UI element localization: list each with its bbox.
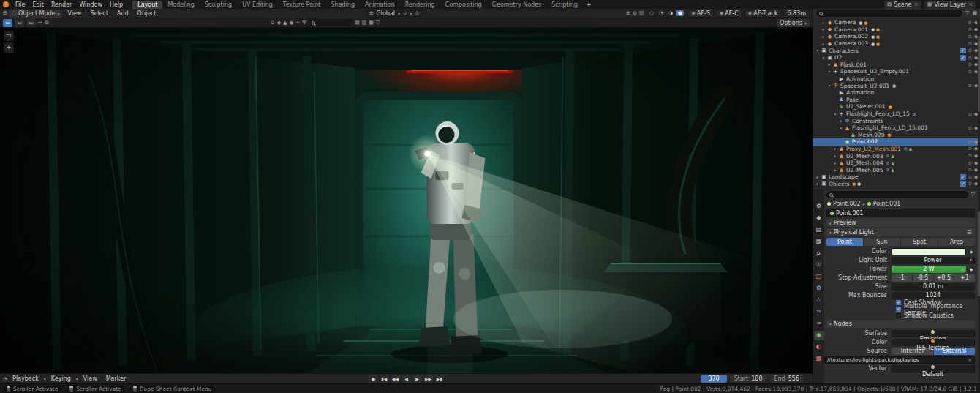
disclosure-icon[interactable]: ▸ [815, 181, 821, 186]
filter-funnel-icon[interactable]: ▽ [376, 20, 380, 26]
properties-tab-material[interactable]: ◐ [814, 343, 824, 351]
camera-filter-icon[interactable]: ◆ [277, 20, 281, 26]
disclosure-icon[interactable]: ▸ [826, 62, 832, 67]
select-box-tool[interactable]: ▭ [4, 31, 14, 41]
end-frame-field[interactable]: End556 [770, 375, 804, 383]
snap-magnet-icon[interactable]: ∪ [403, 10, 407, 16]
focus-distance[interactable]: 6.83m [783, 10, 810, 18]
menu-file[interactable]: File [12, 1, 29, 8]
outliner-row[interactable]: ▸▣Objects●●✓⊙◆ [813, 181, 980, 188]
overlays-icon[interactable]: ◍ [633, 10, 637, 16]
outliner-row[interactable]: ▶Animation [813, 89, 980, 97]
stop-adjust-button[interactable]: -1 [892, 274, 912, 282]
workspace-tab-geometry-nodes[interactable]: Geometry Nodes [487, 1, 546, 9]
eye-icon[interactable]: ⊙ [968, 125, 972, 131]
menu-object[interactable]: Object [134, 10, 160, 17]
size-field[interactable]: 0.01 m [892, 283, 975, 291]
proportional-edit-icon[interactable]: ◎ [415, 10, 419, 16]
editor-type-icon[interactable]: ⊞ [3, 10, 7, 16]
menu-view[interactable]: View [64, 10, 85, 17]
cursor-tool[interactable]: + [4, 42, 14, 53]
eye-icon[interactable]: ⊙ [968, 111, 972, 117]
stop-adjust-button[interactable]: +1 [954, 274, 975, 282]
eye-icon[interactable]: ⊙ [968, 69, 972, 75]
collection-checkbox[interactable]: ✓ [960, 48, 966, 53]
outliner-row[interactable]: ▾▲Flashlight_Fenix_LD_15.001⊙◆ [813, 124, 980, 132]
properties-tab-render[interactable]: ◆ [814, 214, 824, 222]
menu-help[interactable]: Help [106, 1, 127, 8]
eye-icon[interactable]: ⊙ [968, 167, 972, 173]
properties-tab-world[interactable]: ☉ [814, 261, 824, 269]
eye-icon[interactable]: ⊙ [968, 139, 972, 145]
transform-orientation[interactable]: ⊕ Global ▾ ∪ ▾ ◎ [366, 10, 423, 18]
menu-render[interactable]: Render [48, 1, 75, 8]
menu-window[interactable]: Window [75, 1, 106, 8]
shading-wireframe-icon[interactable]: ○ [647, 10, 655, 16]
overlay-toggle-1-icon[interactable]: ▤ [355, 20, 360, 26]
light-type-point[interactable]: Point [826, 238, 863, 246]
overlay-toggle-2-icon[interactable]: ▥ [362, 20, 367, 26]
prev-keyframe-button[interactable]: ◀◀ [391, 375, 400, 383]
unlink-scene-icon[interactable]: × [914, 1, 919, 7]
disclosure-icon[interactable]: ▸ [832, 146, 838, 151]
outliner-row[interactable]: ▾+Flashlight_Fenix_LD_15⚙⊙◆ [813, 111, 980, 118]
outliner-row[interactable]: ▸◆Camera.002●●⊙◆ [813, 33, 980, 40]
panel-options-icon[interactable]: ☰ [967, 229, 972, 236]
eye-icon[interactable]: ⊙ [968, 174, 972, 180]
filter-funnel-icon[interactable]: ▽ [965, 10, 969, 16]
collection-checkbox[interactable]: ✓ [960, 174, 966, 180]
disclosure-icon[interactable]: ▸ [832, 161, 838, 165]
outliner-row[interactable]: ▸▲Proxy_U2_Mesh.001⚙▲⊙◆ [813, 146, 980, 153]
workspace-tab-texture-paint[interactable]: Texture Paint [278, 1, 326, 9]
disclosure-icon[interactable]: ▾ [815, 48, 821, 53]
properties-tab-output[interactable]: ▤ [814, 225, 824, 234]
outliner-row[interactable]: ▸◆Camera.001●●⊙◆ [813, 26, 980, 34]
workspace-tab-shading[interactable]: Shading [325, 1, 360, 9]
clock-icon[interactable]: ◔ [3, 376, 7, 382]
eye-icon[interactable]: ⊙ [968, 160, 972, 166]
vector-field[interactable]: Default [892, 365, 975, 373]
disclosure-icon[interactable]: ▸ [821, 20, 826, 25]
eye-icon[interactable]: ⊙ [968, 20, 972, 26]
properties-search-input[interactable] [826, 191, 968, 198]
select-mode-tweak[interactable]: ▭ [3, 19, 12, 27]
armature-filter-icon[interactable]: Ψ [302, 20, 306, 26]
disclosure-icon[interactable]: ▾ [838, 126, 844, 130]
properties-tab-particles[interactable]: ∴ [814, 296, 824, 304]
keyframe-button[interactable]: ◆ [968, 266, 975, 273]
outliner-row[interactable]: ▾▣Characters✓⊙◆ [813, 47, 980, 54]
mode-dropdown[interactable]: ○ Object Mode ▾ [9, 10, 63, 18]
eye-icon[interactable]: ⊙ [968, 26, 972, 32]
jump-first-button[interactable]: ▮◀ [380, 375, 389, 383]
gizmo-icon[interactable]: ⊕ [626, 10, 630, 16]
unlink-view-layer-icon[interactable]: × [968, 1, 973, 7]
disclosure-icon[interactable]: ▸ [838, 119, 844, 123]
clear-file-icon[interactable]: × [968, 357, 972, 363]
eye-icon[interactable]: ⊙ [968, 83, 972, 89]
blender-logo-icon[interactable] [3, 1, 9, 7]
eye-icon[interactable]: ⊙ [968, 55, 972, 61]
disclosure-icon[interactable]: ▾ [826, 70, 832, 74]
next-keyframe-button[interactable]: ▶▶ [423, 375, 433, 383]
outliner-row[interactable]: ▸▲U2_Mesh.004⚙▲⊙◆ [813, 160, 980, 167]
properties-tab-object-data[interactable]: ◉ [814, 331, 824, 340]
collection-checkbox[interactable]: ✓ [960, 181, 966, 187]
add-workspace-button[interactable]: + [583, 1, 595, 8]
disclosure-icon[interactable]: ▸ [821, 42, 826, 46]
light-filter-icon[interactable]: ◉ [289, 20, 293, 26]
play-button[interactable]: ▶ [412, 375, 422, 383]
workspace-tab-rendering[interactable]: Rendering [400, 1, 440, 9]
disclosure-icon[interactable]: ▾ [832, 112, 838, 116]
menu-view-timeline[interactable]: View [80, 375, 101, 382]
outliner-row[interactable]: ▸▲Flask.001⊙◆ [813, 61, 980, 69]
disclosure-icon[interactable]: ▸ [815, 175, 821, 179]
outliner-row[interactable]: ♟Pose [813, 97, 980, 104]
stop-adjust-button[interactable]: +0.5 [934, 274, 954, 282]
eye-icon[interactable]: ⊙ [968, 41, 972, 47]
stop-adjust-button[interactable]: -0.5 [913, 274, 933, 282]
properties-tab-view-layer[interactable]: ▦ [814, 237, 824, 246]
viewport-3d[interactable]: ▭ + [0, 28, 813, 373]
breadcrumb-data[interactable]: Point.001 [873, 201, 901, 207]
disclosure-icon[interactable]: ▸ [832, 168, 838, 172]
properties-tab-tool[interactable]: ⚙ [814, 202, 824, 211]
